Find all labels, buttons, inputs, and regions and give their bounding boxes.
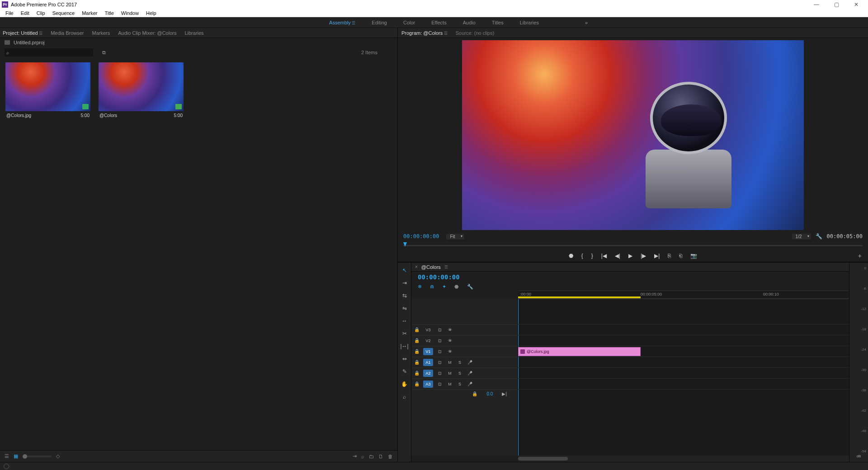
- mute-button[interactable]: M: [447, 360, 453, 365]
- mark-out-button[interactable]: }: [591, 253, 593, 259]
- add-marker-button[interactable]: ⬣: [569, 253, 573, 259]
- track-a2[interactable]: [518, 367, 849, 378]
- timeline-zoom-scrollbar[interactable]: [518, 456, 849, 462]
- slip-tool[interactable]: |↔|: [400, 343, 408, 349]
- sync-lock-icon[interactable]: ⊡: [437, 382, 443, 386]
- workspace-libraries[interactable]: Libraries: [520, 20, 539, 25]
- tab-audio-mixer[interactable]: Audio Clip Mixer: @Colors: [118, 30, 176, 36]
- eye-icon[interactable]: 👁: [447, 349, 453, 354]
- menu-help[interactable]: Help: [142, 10, 160, 16]
- solo-button[interactable]: S: [457, 382, 463, 386]
- ripple-edit-tool[interactable]: ⇆: [402, 292, 407, 299]
- menu-clip[interactable]: Clip: [33, 10, 49, 16]
- slide-tool[interactable]: ⇔: [402, 356, 407, 362]
- project-search-input[interactable]: ⌕: [5, 48, 93, 56]
- close-sequence-button[interactable]: ×: [415, 264, 418, 269]
- sync-lock-icon[interactable]: ⊡: [437, 371, 443, 376]
- sync-lock-icon[interactable]: ⊡: [437, 360, 443, 365]
- find-button[interactable]: ⌕: [361, 454, 364, 459]
- workspace-assembly[interactable]: Assembly: [329, 20, 355, 25]
- lock-icon[interactable]: 🔒: [414, 327, 420, 332]
- rate-stretch-tool[interactable]: ↔: [402, 318, 407, 324]
- menu-file[interactable]: File: [2, 10, 17, 16]
- track-master[interactable]: [518, 389, 849, 398]
- master-pan[interactable]: 0.0: [486, 391, 493, 396]
- mark-in-button[interactable]: {: [581, 253, 583, 259]
- new-bin-button[interactable]: 🗀: [369, 454, 374, 459]
- eye-icon[interactable]: 👁: [447, 338, 453, 343]
- export-frame-button[interactable]: 📷: [690, 253, 697, 259]
- track-header-v1[interactable]: 🔒V1⊡👁: [411, 346, 518, 357]
- new-item-button[interactable]: 🗋: [378, 454, 383, 459]
- add-marker-toggle[interactable]: ✦: [442, 284, 446, 290]
- workspace-color[interactable]: Color: [403, 20, 415, 25]
- play-button[interactable]: ▶: [628, 253, 632, 259]
- tab-program[interactable]: Program: @Colors: [401, 30, 448, 36]
- maximize-button[interactable]: ▢: [826, 1, 846, 8]
- work-area-bar[interactable]: [518, 296, 641, 298]
- zoom-tool[interactable]: ⌕: [403, 394, 406, 400]
- voice-over-icon[interactable]: 🎤: [467, 371, 473, 376]
- selection-tool[interactable]: ↖: [402, 267, 407, 273]
- program-zoom-dropdown[interactable]: 1/2: [792, 234, 811, 240]
- project-item[interactable]: @Colors.jpg 5:00: [5, 62, 90, 446]
- icon-view-button[interactable]: ▦: [14, 453, 18, 459]
- workspace-overflow-icon[interactable]: »: [585, 20, 588, 25]
- timeline-timecode[interactable]: 00:00:00:00: [418, 273, 460, 281]
- program-scrub-bar[interactable]: [398, 241, 868, 249]
- menu-marker[interactable]: Marker: [78, 10, 101, 16]
- track-v2[interactable]: [518, 335, 849, 346]
- master-track-header[interactable]: 🔒0.0▶|: [411, 389, 518, 398]
- workspace-editing[interactable]: Editing: [372, 20, 387, 25]
- tab-markers[interactable]: Markers: [92, 30, 110, 36]
- hand-tool[interactable]: ✋: [401, 381, 408, 387]
- timeline-ruler[interactable]: :00:00 00:00:05:00 00:00:10: [518, 291, 849, 299]
- automate-button[interactable]: ⇥: [353, 453, 357, 459]
- step-back-button[interactable]: ◀|: [615, 253, 620, 259]
- rolling-edit-tool[interactable]: ⇋: [402, 305, 407, 311]
- go-to-in-button[interactable]: |◀: [601, 253, 607, 259]
- lock-icon[interactable]: 🔒: [414, 371, 420, 376]
- eye-icon[interactable]: 👁: [447, 328, 453, 332]
- voice-over-icon[interactable]: 🎤: [467, 360, 473, 365]
- solo-button[interactable]: S: [457, 371, 463, 376]
- master-out-icon[interactable]: ▶|: [502, 391, 507, 396]
- close-button[interactable]: ✕: [846, 1, 866, 8]
- track-header-v2[interactable]: 🔒V2⊡👁: [411, 335, 518, 346]
- lock-icon[interactable]: 🔒: [414, 381, 420, 386]
- tab-libraries[interactable]: Libraries: [184, 30, 203, 36]
- lock-icon[interactable]: 🔒: [414, 338, 420, 343]
- sync-lock-icon[interactable]: ⊡: [437, 328, 443, 332]
- menu-window[interactable]: Window: [118, 10, 142, 16]
- program-fit-dropdown[interactable]: Fit: [446, 234, 464, 240]
- voice-over-icon[interactable]: 🎤: [467, 382, 473, 386]
- solo-button[interactable]: S: [457, 360, 463, 365]
- track-header-v3[interactable]: 🔒V3⊡👁: [411, 324, 518, 335]
- extract-button[interactable]: ⎗: [679, 253, 682, 259]
- mute-button[interactable]: M: [447, 382, 453, 386]
- tab-project[interactable]: Project: Untitled: [3, 30, 42, 36]
- timeline-clip[interactable]: @Colors.jpg: [518, 347, 641, 356]
- thumbnail-size-slider[interactable]: [23, 456, 52, 457]
- track-v3[interactable]: [518, 324, 849, 335]
- menu-edit[interactable]: Edit: [17, 10, 33, 16]
- lock-icon[interactable]: 🔒: [414, 360, 420, 365]
- razor-tool[interactable]: ✂: [402, 330, 407, 337]
- project-item[interactable]: @Colors 5:00: [99, 62, 184, 446]
- track-header-a2[interactable]: 🔒A2⊡MS🎤: [411, 367, 518, 378]
- track-a1[interactable]: [518, 357, 849, 367]
- track-a3[interactable]: [518, 378, 849, 389]
- tab-media-browser[interactable]: Media Browser: [51, 30, 84, 36]
- go-to-out-button[interactable]: ▶|: [654, 253, 660, 259]
- track-header-a1[interactable]: 🔒A1⊡MS🎤: [411, 357, 518, 367]
- tab-source[interactable]: Source: (no clips): [456, 30, 495, 36]
- button-editor-icon[interactable]: +: [858, 252, 862, 259]
- snap-toggle[interactable]: ❄: [418, 284, 422, 290]
- sort-button[interactable]: ◇: [56, 453, 60, 459]
- sync-lock-icon[interactable]: ⊡: [437, 338, 443, 343]
- menu-title[interactable]: Title: [101, 10, 117, 16]
- delete-button[interactable]: 🗑: [388, 454, 393, 459]
- program-canvas[interactable]: [462, 40, 804, 230]
- workspace-effects[interactable]: Effects: [431, 20, 446, 25]
- lift-button[interactable]: ⎘: [668, 253, 671, 259]
